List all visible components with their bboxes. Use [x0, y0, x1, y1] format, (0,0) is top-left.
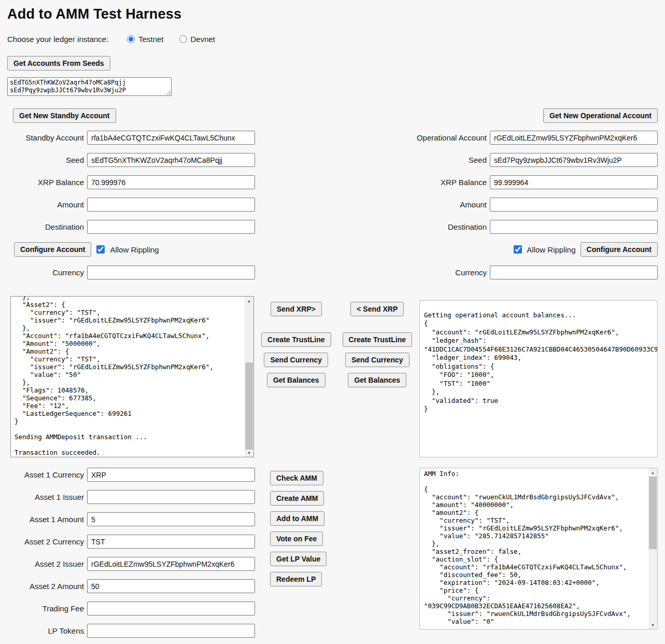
- trading-fee-label: Trading Fee: [7, 604, 87, 613]
- standby-amount-label: Amount: [7, 200, 87, 209]
- redeem-lp-button[interactable]: Redeem LP: [270, 572, 322, 586]
- check-amm-button[interactable]: Check AMM: [270, 471, 323, 485]
- get-new-operational-account-button[interactable]: Get New Operational Account: [543, 108, 658, 123]
- accounts-section: Get New Standby Account Standby Account …: [7, 108, 658, 288]
- standby-send-currency-button[interactable]: Send Currency: [264, 353, 328, 367]
- asset2-issuer-label: Asset 2 Issuer: [7, 559, 87, 568]
- operational-seed-label: Seed: [399, 156, 490, 164]
- standby-amount-input[interactable]: [87, 198, 255, 212]
- operational-send-currency-button[interactable]: Send Currency: [345, 353, 409, 367]
- operational-transfer-buttons: < Send XRP Create TrustLine Send Currenc…: [343, 302, 412, 457]
- operational-destination-input[interactable]: [490, 220, 658, 234]
- standby-configure-account-button[interactable]: Configure Account: [14, 242, 91, 257]
- asset2-amount-input[interactable]: [87, 579, 255, 593]
- standby-create-trustline-button[interactable]: Create TrustLine: [261, 332, 331, 347]
- standby-xrp-balance-label: XRP Balance: [7, 178, 87, 187]
- asset1-amount-label: Asset 1 Amount: [7, 515, 87, 524]
- operational-results-textarea[interactable]: Getting operational account balances... …: [419, 300, 658, 457]
- standby-currency-input[interactable]: [87, 265, 255, 279]
- scroll-down-icon[interactable]: ▼: [648, 621, 657, 629]
- ledger-instance-row: Choose your ledger instance: Testnet Dev…: [7, 35, 658, 44]
- lp-tokens-input[interactable]: [87, 624, 255, 638]
- add-to-amm-button[interactable]: Add to AMM: [270, 511, 324, 526]
- create-amm-button[interactable]: Create AMM: [270, 491, 324, 506]
- standby-transfer-buttons: Send XRP> Create TrustLine Send Currency…: [261, 302, 331, 457]
- asset2-currency-input[interactable]: [87, 535, 255, 549]
- asset1-currency-label: Asset 1 Currency: [7, 470, 87, 479]
- standby-get-balances-button[interactable]: Get Balances: [267, 373, 326, 387]
- send-xrp-to-standby-button[interactable]: < Send XRP: [350, 302, 404, 316]
- transfer-buttons-area: Send XRP> Create TrustLine Send Currency…: [254, 296, 419, 457]
- trading-fee-input[interactable]: [87, 601, 255, 615]
- amm-info-text: AMM Info: { "account": "rwuenCkUL1MdrBsd…: [420, 468, 657, 627]
- standby-seed-label: Seed: [7, 156, 87, 164]
- asset1-amount-input[interactable]: [87, 512, 255, 526]
- scroll-up-icon[interactable]: ▲: [245, 297, 253, 305]
- operational-amount-input[interactable]: [490, 198, 658, 212]
- operational-results-text: Getting operational account balances... …: [420, 301, 657, 415]
- asset2-issuer-input[interactable]: [87, 557, 255, 571]
- amm-info-textarea[interactable]: AMM Info: { "account": "rwuenCkUL1MdrBsd…: [419, 468, 658, 629]
- devnet-radio[interactable]: [179, 35, 187, 43]
- operational-destination-label: Destination: [399, 222, 490, 231]
- amm-buttons-column: Check AMM Create AMM Add to AMM Vote on …: [255, 468, 419, 644]
- operational-configure-account-button[interactable]: Configure Account: [581, 242, 658, 257]
- operational-currency-label: Currency: [399, 268, 490, 277]
- operational-create-trustline-button[interactable]: Create TrustLine: [343, 332, 412, 347]
- standby-account-label: Standby Account: [7, 133, 87, 142]
- devnet-radio-label: Devnet: [191, 35, 216, 44]
- asset1-issuer-input[interactable]: [87, 490, 255, 504]
- scrollbar-thumb[interactable]: [649, 477, 657, 549]
- operational-account-column: Get New Operational Account Operational …: [399, 108, 658, 288]
- operational-account-input[interactable]: [490, 131, 658, 145]
- asset1-currency-input[interactable]: [87, 468, 255, 482]
- standby-currency-label: Currency: [7, 268, 87, 277]
- operational-seed-input[interactable]: [490, 153, 658, 167]
- amm-section: Asset 1 Currency Asset 1 Issuer Asset 1 …: [7, 468, 658, 644]
- operational-xrp-balance-input[interactable]: [490, 175, 658, 189]
- amm-test-harness-page: Add to AMM Test Harness Choose your ledg…: [0, 0, 665, 644]
- operational-amount-label: Amount: [399, 200, 490, 209]
- asset2-currency-label: Asset 2 Currency: [7, 537, 87, 546]
- page-title: Add to AMM Test Harness: [7, 6, 658, 22]
- standby-results-scrollbar[interactable]: ▲ ▼: [245, 297, 253, 457]
- testnet-radio[interactable]: [127, 35, 135, 43]
- standby-allow-rippling-label: Allow Rippling: [110, 245, 159, 254]
- standby-xrp-balance-input[interactable]: [87, 175, 255, 189]
- testnet-radio-label: Testnet: [138, 35, 163, 44]
- vote-on-fee-button[interactable]: Vote on Fee: [270, 531, 323, 546]
- standby-destination-input[interactable]: [87, 220, 255, 234]
- amm-fields-column: Asset 1 Currency Asset 1 Issuer Asset 1 …: [7, 468, 255, 644]
- operational-allow-rippling-checkbox[interactable]: [514, 245, 522, 254]
- results-section: }, "Asset2": { "currency": "TST", "issue…: [7, 296, 658, 457]
- ledger-instance-label: Choose your ledger instance:: [7, 35, 108, 44]
- get-lp-value-button[interactable]: Get LP Value: [270, 552, 327, 566]
- standby-account-input[interactable]: [87, 131, 255, 145]
- get-accounts-from-seeds-button[interactable]: Get Accounts From Seeds: [7, 56, 110, 71]
- operational-account-label: Operational Account: [399, 133, 490, 142]
- ledger-radio-group: Testnet Devnet: [127, 35, 215, 44]
- standby-results-textarea[interactable]: }, "Asset2": { "currency": "TST", "issue…: [10, 296, 254, 457]
- scroll-up-icon[interactable]: ▲: [648, 468, 657, 477]
- standby-allow-rippling-checkbox[interactable]: [96, 245, 105, 254]
- standby-results-text: }, "Asset2": { "currency": "TST", "issue…: [11, 296, 253, 457]
- standby-seed-input[interactable]: [87, 153, 255, 167]
- operational-currency-input[interactable]: [490, 265, 658, 279]
- asset2-amount-label: Asset 2 Amount: [7, 582, 87, 591]
- amm-info-scrollbar[interactable]: ▲ ▼: [648, 468, 657, 629]
- standby-account-column: Get New Standby Account Standby Account …: [7, 108, 255, 288]
- scrollbar-thumb[interactable]: [245, 362, 253, 450]
- seeds-textarea[interactable]: sEdTG5nXThKWZoV2aqrh47oMCa8Pqjj sEd7Pqy9…: [7, 77, 172, 96]
- operational-get-balances-button[interactable]: Get Balances: [348, 373, 406, 387]
- scroll-down-icon[interactable]: ▼: [245, 449, 253, 457]
- standby-destination-label: Destination: [7, 222, 87, 231]
- lp-tokens-label: LP Tokens: [7, 626, 87, 635]
- operational-allow-rippling-label: Allow Rippling: [527, 245, 575, 254]
- operational-xrp-balance-label: XRP Balance: [399, 178, 490, 187]
- asset1-issuer-label: Asset 1 Issuer: [7, 493, 87, 501]
- get-new-standby-account-button[interactable]: Get New Standby Account: [13, 108, 116, 123]
- send-xrp-to-operational-button[interactable]: Send XRP>: [271, 302, 322, 316]
